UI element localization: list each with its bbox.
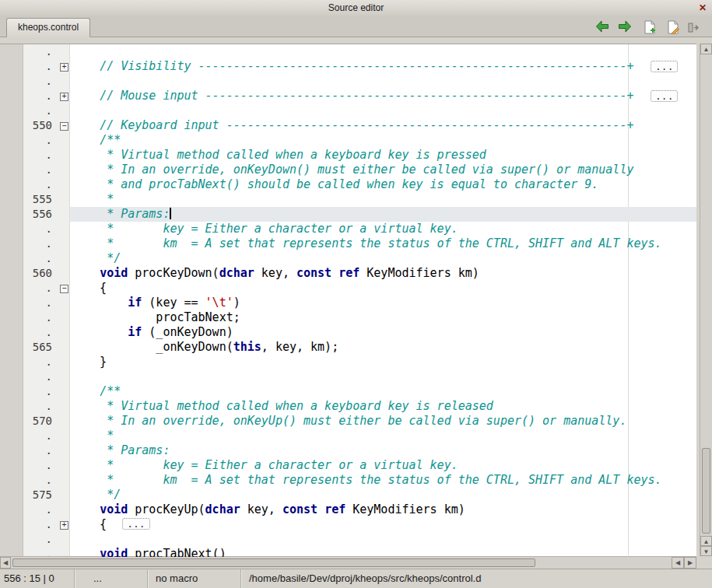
scroll-left2-icon[interactable]: ◀ [672,557,684,569]
fold-collapse-icon[interactable]: − [60,285,68,293]
fold-ellipsis[interactable]: ... [651,61,678,72]
editor-line[interactable]: 556 * Params: [0,207,696,222]
editor-line[interactable]: . * and procTabNext() should be called w… [0,177,696,192]
horizontal-scrollbar[interactable]: ◀ ◀ ▶ [0,556,696,569]
scroll-up-icon[interactable]: ▲ [700,44,712,54]
editor-line[interactable]: . /** [0,384,696,399]
scroll-up2-icon[interactable]: ▲ [700,536,712,546]
code-text[interactable]: {... [70,517,696,532]
code-text[interactable]: * and procTabNext() should be called whe… [70,177,696,192]
code-text[interactable]: * km = A set that represents the status … [70,473,696,488]
editor-line[interactable]: . void procKeyUp(dchar key, const ref Ke… [0,502,696,517]
code-text[interactable]: void procTabNext() [70,547,696,557]
editor-line[interactable]: . * key = Either a character or a virtua… [0,458,696,473]
code-text[interactable]: { [70,281,696,296]
fold-expand-icon[interactable]: + [60,63,68,72]
editor-line[interactable]: . [0,44,696,59]
editor-line[interactable]: . * Virtual method called when a keyboar… [0,399,696,414]
editor-line[interactable]: . if (_onKeyDown) [0,325,696,340]
scroll-right-icon[interactable]: ▶ [684,557,696,569]
editor-line[interactable]: 575 */ [0,488,696,502]
code-text[interactable]: * Params: [70,207,696,222]
editor-line[interactable]: . [0,369,696,384]
editor-line[interactable]: . } [0,355,696,369]
scroll-down-icon[interactable]: ▼ [700,546,712,556]
code-text[interactable]: if (key == '\t') [70,296,696,310]
editor-line[interactable]: . * km = A set that represents the statu… [0,473,696,488]
code-text[interactable]: } [70,355,696,369]
code-text[interactable] [70,103,696,118]
code-token [72,443,100,457]
code-text[interactable]: void procKeyDown(dchar key, const ref Ke… [70,266,696,281]
editor-line[interactable]: . if (key == '\t') [0,296,696,310]
code-text[interactable]: // Mouse input -------------------------… [70,89,696,103]
go-forward-icon[interactable] [618,20,632,34]
code-text[interactable] [70,74,696,89]
code-text[interactable]: * Params: [70,443,696,458]
vertical-scroll-thumb[interactable] [702,448,710,534]
fold-ellipsis[interactable]: ... [122,518,149,530]
detach-editor-icon[interactable] [688,22,702,36]
editor-line[interactable]: . */ [0,251,696,266]
editor-line[interactable]: . procTabNext; [0,310,696,325]
code-token [72,59,100,73]
code-text[interactable]: * In an override, onKeyDown() must eithe… [70,163,696,177]
titlebar[interactable]: Source editor ✕ [0,0,712,16]
code-text[interactable]: */ [70,251,696,266]
code-text[interactable] [70,532,696,547]
scroll-left-icon[interactable]: ◀ [0,557,11,569]
editor-line[interactable]: .+ // Mouse input ----------------------… [0,89,696,103]
editor-line[interactable]: 555 * [0,192,696,207]
editor-line[interactable]: . [0,532,696,547]
editor-line[interactable]: . * key = Either a character or a virtua… [0,222,696,236]
fold-gutter [58,443,70,458]
code-text[interactable] [70,369,696,384]
editor-line[interactable]: . * [0,429,696,443]
code-text[interactable]: _onKeyDown(this, key, km); [70,340,696,355]
fold-collapse-icon[interactable]: − [60,122,68,131]
code-text[interactable]: * key = Either a character or a virtual … [70,222,696,236]
code-text[interactable]: * km = A set that represents the status … [70,236,696,251]
code-text[interactable]: * [70,192,696,207]
code-editor[interactable]: ..+ // Visibility ----------------------… [0,44,696,557]
fold-expand-icon[interactable]: + [60,521,68,530]
document-edit-icon[interactable] [666,20,680,34]
code-text[interactable]: void procKeyUp(dchar key, const ref KeyM… [70,502,696,517]
horizontal-scroll-thumb[interactable] [12,558,535,567]
editor-line[interactable]: .− { [0,281,696,296]
editor-line[interactable]: . * Virtual method called when a keyboar… [0,148,696,163]
code-text[interactable]: /** [70,384,696,399]
editor-line[interactable]: .+ {... [0,517,696,532]
editor-line[interactable]: . * Params: [0,443,696,458]
code-text[interactable]: procTabNext; [70,310,696,325]
editor-line[interactable]: . [0,103,696,118]
editor-line[interactable]: .+ // Visibility -----------------------… [0,59,696,74]
code-text[interactable]: * In an override, onKeyUp() must either … [70,414,696,429]
vertical-scrollbar[interactable]: ▲ ▲ ▼ [700,44,712,556]
code-text[interactable]: * key = Either a character or a virtual … [70,458,696,473]
fold-expand-icon[interactable]: + [60,93,68,101]
editor-line[interactable]: 550− // Keyboard input -----------------… [0,118,696,133]
editor-line[interactable]: . * km = A set that represents the statu… [0,236,696,251]
editor-line[interactable]: . void procTabNext() [0,547,696,557]
code-text[interactable]: */ [70,488,696,502]
code-text[interactable] [70,44,696,59]
code-text[interactable]: if (_onKeyDown) [70,325,696,340]
editor-line[interactable]: . /** [0,133,696,148]
editor-line[interactable]: 570 * In an override, onKeyUp() must eit… [0,414,696,429]
fold-ellipsis[interactable]: ... [651,90,678,102]
code-text[interactable]: // Keyboard input ----------------------… [70,118,696,133]
go-back-icon[interactable] [595,20,609,34]
editor-line[interactable]: . * In an override, onKeyDown() must eit… [0,163,696,177]
code-text[interactable]: * [70,429,696,443]
editor-line[interactable]: 565 _onKeyDown(this, key, km); [0,340,696,355]
code-text[interactable]: // Visibility --------------------------… [70,59,696,74]
document-add-icon[interactable] [643,20,657,34]
close-icon[interactable]: ✕ [697,0,708,16]
tab-kheops-control[interactable]: kheops.control [6,18,90,37]
code-text[interactable]: /** [70,133,696,148]
editor-line[interactable]: . [0,74,696,89]
code-text[interactable]: * Virtual method called when a keyboard … [70,399,696,414]
code-text[interactable]: * Virtual method called when a keyboard … [70,148,696,163]
editor-line[interactable]: 560 void procKeyDown(dchar key, const re… [0,266,696,281]
